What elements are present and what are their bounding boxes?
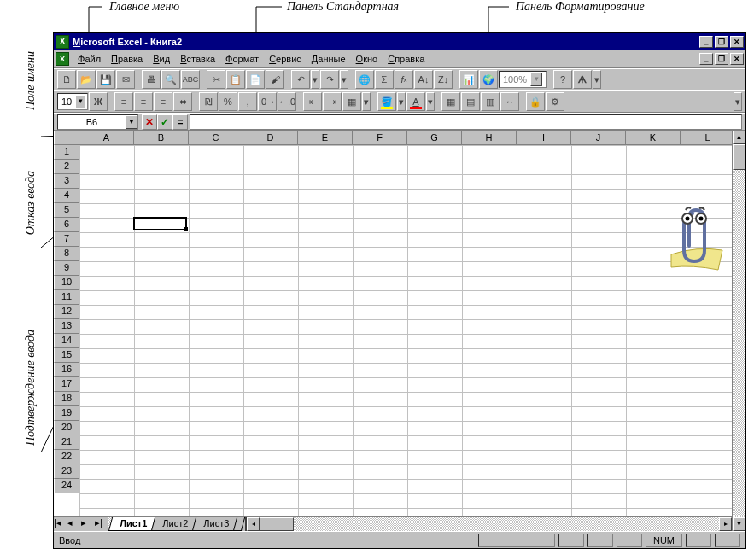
format-toolbar-overflow[interactable]: ▾ [734,92,742,111]
menu-окно[interactable]: Окно [351,52,383,66]
save-button[interactable]: 💾 [96,70,115,89]
column-header-L[interactable]: L [681,131,735,145]
undo-button[interactable]: ↶ [291,70,310,89]
menu-вид[interactable]: Вид [148,52,175,66]
row-header-2[interactable]: 2 [54,160,79,174]
find-button[interactable]: Ѧ [573,70,592,89]
next-sheet-button[interactable]: ▸ [81,517,95,531]
mdi-minimize-button[interactable]: _ [699,53,713,65]
font-color-dropdown[interactable]: ▾ [426,92,435,111]
toolbar-overflow[interactable]: ▾ [593,70,601,89]
redo-button[interactable]: ↷ [320,70,339,89]
align-center-button[interactable]: ≡ [134,92,153,111]
comma-button[interactable]: , [238,92,257,111]
print-button[interactable]: 🖶 [142,70,161,89]
mdi-restore-button[interactable]: ❐ [715,53,728,65]
tools-button[interactable]: ⚙ [546,92,564,111]
decrease-indent-button[interactable]: ⇤ [303,92,322,111]
cancel-entry-button[interactable]: ✕ [142,114,157,130]
borders-dropdown[interactable]: ▾ [362,92,371,111]
font-color-button[interactable]: A [406,92,425,111]
column-header-C[interactable]: C [189,131,243,145]
menu-вставка[interactable]: Вставка [175,52,220,66]
scroll-right-button[interactable]: ▸ [719,517,732,531]
redo-dropdown[interactable]: ▾ [340,70,348,89]
minimize-button[interactable]: _ [699,36,713,48]
print-preview-button[interactable]: 🔍 [161,70,180,89]
borders-button[interactable]: ▦ [342,92,361,111]
cells-area[interactable] [79,145,745,516]
menu-данные[interactable]: Данные [307,52,351,66]
open-button[interactable]: 📂 [77,70,96,89]
decrease-decimal-button[interactable]: ←.0 [278,92,296,111]
lock-button[interactable]: 🔒 [526,92,545,111]
row-header-11[interactable]: 11 [54,290,79,305]
column-header-F[interactable]: F [353,131,407,145]
column-header-A[interactable]: A [79,131,134,145]
currency-button[interactable]: ₪ [199,92,218,111]
row-header-5[interactable]: 5 [54,203,79,218]
fill-color-dropdown[interactable]: ▾ [397,92,406,111]
menu-правка[interactable]: Правка [106,52,148,66]
column-header-I[interactable]: I [517,131,571,145]
percent-button[interactable]: % [219,92,237,111]
row-header-19[interactable]: 19 [54,406,79,421]
close-button[interactable]: ✕ [730,36,744,48]
column-header-K[interactable]: K [626,131,681,145]
row-header-13[interactable]: 13 [54,319,79,334]
align-right-button[interactable]: ≡ [154,92,172,111]
row-header-12[interactable]: 12 [54,305,79,319]
column-header-G[interactable]: G [407,131,462,145]
chevron-down-icon[interactable]: ▼ [75,95,85,108]
prev-sheet-button[interactable]: ◂ [67,517,81,531]
row-header-1[interactable]: 1 [54,145,79,160]
edit-formula-button[interactable]: = [172,114,188,130]
row-header-17[interactable]: 17 [54,377,79,392]
function-button[interactable]: fx [395,70,413,89]
chart-button[interactable]: 📊 [459,70,478,89]
hyperlink-button[interactable]: 🌐 [355,70,374,89]
increase-indent-button[interactable]: ⇥ [323,92,342,111]
col-width-button[interactable]: ▥ [481,92,500,111]
row-header-7[interactable]: 7 [54,232,79,247]
merge-center-button[interactable]: ⬌ [173,92,192,111]
row-header-4[interactable]: 4 [54,189,79,203]
autosum-button[interactable]: Σ [375,70,394,89]
name-box[interactable]: B6 ▼ [57,114,138,130]
chevron-down-icon[interactable]: ▼ [530,73,542,86]
paste-button[interactable]: 📄 [246,70,265,89]
column-header-E[interactable]: E [298,131,353,145]
confirm-entry-button[interactable]: ✓ [157,114,172,130]
menu-справка[interactable]: Справка [383,52,430,66]
sort-asc-button[interactable]: A↓ [414,70,433,89]
row-height-button[interactable]: ▤ [461,92,480,111]
workbook-icon[interactable]: X [56,52,69,66]
autofit-button[interactable]: ↔ [500,92,519,111]
menu-сервис[interactable]: Сервис [264,52,307,66]
row-header-14[interactable]: 14 [54,334,79,348]
row-header-18[interactable]: 18 [54,392,79,406]
column-header-D[interactable]: D [243,131,298,145]
sort-desc-button[interactable]: Z↓ [434,70,453,89]
row-header-15[interactable]: 15 [54,348,79,363]
zoom-combo[interactable]: 100% ▼ [499,71,547,88]
mail-button[interactable]: ✉ [116,70,135,89]
align-left-button[interactable]: ≡ [114,92,133,111]
row-header-3[interactable]: 3 [54,174,79,189]
row-header-10[interactable]: 10 [54,276,79,290]
column-header-J[interactable]: J [571,131,626,145]
formula-input[interactable] [190,114,742,130]
active-cell[interactable] [133,217,187,230]
gridlines-button[interactable]: ▦ [441,92,460,111]
scroll-thumb[interactable] [260,517,294,531]
row-header-24[interactable]: 24 [54,479,79,493]
menu-файл[interactable]: Файл [73,52,106,66]
scroll-thumb[interactable] [733,145,745,170]
copy-button[interactable]: 📋 [226,70,245,89]
format-painter-button[interactable]: 🖌 [266,70,284,89]
horizontal-scrollbar[interactable]: ◂ ▸ [245,517,732,531]
title-bar[interactable]: X Microsoft Excel - Книга2 _ ❐ ✕ [54,33,745,50]
fill-color-button[interactable]: 🪣 [377,92,396,111]
row-header-6[interactable]: 6 [54,218,79,232]
column-header-B[interactable]: B [134,131,189,145]
